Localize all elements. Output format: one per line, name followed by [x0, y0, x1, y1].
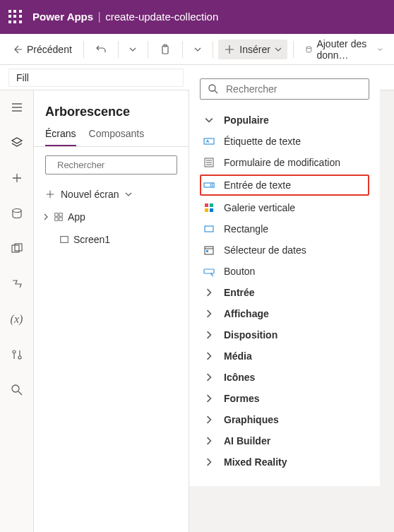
plus-icon — [11, 172, 23, 184]
insert-item-datepicker[interactable]: Sélecteur de dates — [200, 240, 369, 261]
section-icons[interactable]: Icônes — [200, 367, 369, 388]
display-label: Affichage — [224, 308, 269, 319]
rail-search[interactable] — [6, 379, 28, 401]
app-label: App — [68, 211, 85, 223]
svg-point-8 — [12, 385, 19, 392]
mixed-label: Mixed Reality — [224, 456, 287, 468]
svg-rect-22 — [205, 208, 208, 212]
search-icon — [208, 83, 219, 95]
insert-search-input[interactable] — [226, 83, 362, 95]
waffle-icon[interactable] — [8, 10, 23, 24]
tree-tabs: Écrans Composants — [34, 128, 189, 147]
rail-tools[interactable] — [6, 343, 28, 366]
hamburger-icon — [11, 101, 23, 114]
database-icon — [11, 207, 23, 220]
new-screen-button[interactable]: Nouvel écran — [34, 183, 189, 206]
section-popular[interactable]: Populaire — [200, 110, 369, 131]
back-button[interactable]: Précédent — [6, 40, 78, 59]
separator — [118, 41, 119, 58]
left-rail: (x) — [0, 90, 34, 532]
header-separator: | — [97, 11, 102, 23]
search-icon — [11, 384, 23, 396]
data-icon — [305, 44, 313, 55]
paste-dropdown[interactable] — [189, 42, 207, 57]
section-media[interactable]: Média — [200, 345, 369, 367]
rail-tree[interactable] — [6, 131, 28, 154]
header-title-group: Power Apps | create-update-collection — [32, 11, 218, 23]
insert-search[interactable] — [200, 78, 369, 100]
shapes-label: Formes — [224, 393, 260, 404]
svg-rect-11 — [59, 213, 62, 216]
ai-label: AI Builder — [224, 435, 270, 447]
svg-rect-14 — [61, 237, 68, 243]
gallery-text: Galerie verticale — [224, 202, 295, 213]
new-screen-label: Nouvel écran — [61, 189, 119, 200]
section-ai[interactable]: AI Builder — [200, 430, 369, 451]
separator — [182, 41, 183, 58]
app-name: create-update-collection — [105, 11, 218, 23]
separator — [293, 41, 294, 58]
svg-rect-27 — [204, 269, 214, 273]
chevron-down-icon — [203, 114, 215, 126]
textinput-icon — [203, 179, 215, 191]
rail-hamburger[interactable] — [6, 96, 28, 119]
rail-media[interactable] — [6, 237, 28, 260]
insert-panel: Populaire Étiquette de texte Formulaire … — [189, 65, 380, 486]
undo-button[interactable] — [90, 40, 112, 59]
insert-item-rectangle[interactable]: Rectangle — [200, 218, 369, 240]
undo-dropdown[interactable] — [124, 42, 142, 57]
section-shapes[interactable]: Formes — [200, 388, 369, 409]
insert-item-gallery[interactable]: Galerie verticale — [200, 197, 369, 218]
rail-flows[interactable] — [6, 273, 28, 295]
property-name: Fill — [16, 72, 29, 83]
chevron-down-icon — [378, 46, 383, 53]
chevron-right-icon — [203, 413, 215, 426]
svg-rect-25 — [205, 247, 213, 254]
insert-item-label[interactable]: Étiquette de texte — [200, 131, 369, 152]
app-header: Power Apps | create-update-collection — [0, 0, 394, 34]
svg-rect-12 — [55, 218, 58, 220]
rail-insert[interactable] — [6, 167, 28, 189]
insert-item-button[interactable]: Bouton — [200, 261, 369, 282]
section-display[interactable]: Affichage — [200, 303, 369, 324]
separator — [213, 41, 213, 58]
tree-search[interactable] — [45, 155, 177, 175]
svg-rect-0 — [162, 46, 168, 54]
svg-rect-26 — [206, 250, 208, 252]
svg-rect-10 — [55, 213, 58, 216]
property-selector[interactable]: Fill — [8, 69, 184, 87]
insert-item-textinput[interactable]: Entrée de texte — [200, 175, 369, 196]
rectangle-text: Rectangle — [224, 223, 268, 235]
datepicker-text: Sélecteur de dates — [224, 244, 306, 256]
tools-icon — [11, 348, 23, 361]
tree-item-screen1[interactable]: Screen1 — [34, 228, 189, 251]
add-data-button[interactable]: Ajouter des donn… — [299, 34, 388, 65]
plus-icon — [45, 189, 55, 199]
chevron-right-icon — [203, 307, 215, 320]
undo-icon — [95, 44, 107, 55]
section-charts[interactable]: Graphiques — [200, 409, 369, 430]
tree-item-app[interactable]: App — [34, 206, 189, 228]
section-mixed[interactable]: Mixed Reality — [200, 451, 369, 473]
chevron-right-icon — [203, 329, 215, 341]
chevron-down-icon — [129, 46, 136, 53]
separator — [83, 41, 84, 58]
tab-screens[interactable]: Écrans — [45, 128, 76, 146]
chevron-right-icon — [203, 435, 215, 447]
flow-icon — [11, 278, 23, 290]
section-layout[interactable]: Disposition — [200, 324, 369, 345]
tree-search-input[interactable] — [57, 160, 176, 170]
insert-item-editform[interactable]: Formulaire de modification — [200, 152, 369, 173]
label-icon — [203, 135, 215, 148]
rail-variables[interactable]: (x) — [6, 308, 28, 331]
separator — [148, 41, 148, 58]
svg-rect-21 — [210, 203, 213, 207]
rail-data[interactable] — [6, 202, 28, 225]
svg-rect-23 — [210, 208, 213, 212]
paste-button[interactable] — [154, 40, 177, 59]
back-arrow-icon — [11, 44, 23, 55]
tab-components[interactable]: Composants — [89, 128, 145, 146]
insert-button[interactable]: Insérer — [218, 40, 287, 59]
svg-rect-13 — [59, 218, 62, 220]
section-input[interactable]: Entrée — [200, 282, 369, 303]
